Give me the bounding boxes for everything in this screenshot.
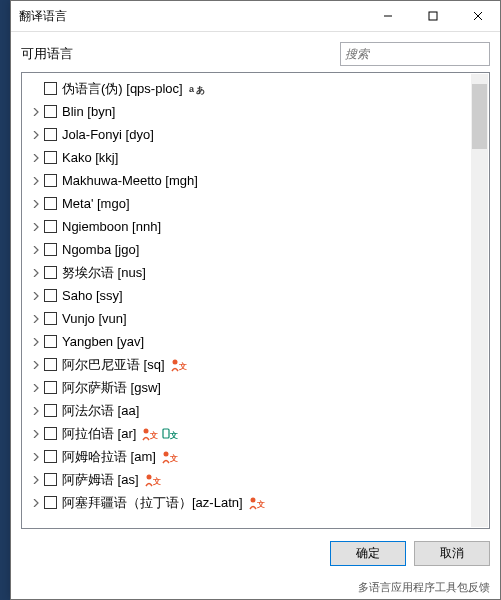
checkbox[interactable]: [44, 473, 57, 486]
language-label: 阿拉伯语 [ar]: [62, 425, 136, 443]
expander-icon[interactable]: [28, 449, 44, 465]
tree-item[interactable]: Ngomba [jgo]: [22, 238, 489, 261]
svg-point-6: [172, 359, 177, 364]
tree-item[interactable]: Jola-Fonyi [dyo]: [22, 123, 489, 146]
scroll-thumb[interactable]: [472, 84, 487, 149]
svg-text:文: 文: [152, 477, 161, 486]
svg-text:文: 文: [178, 362, 187, 371]
cancel-button[interactable]: 取消: [414, 541, 490, 566]
expander-icon[interactable]: [28, 288, 44, 304]
svg-text:文: 文: [169, 454, 178, 463]
checkbox[interactable]: [44, 312, 57, 325]
tree-item[interactable]: 阿尔萨斯语 [gsw]: [22, 376, 489, 399]
dialog-window: 翻译语言 可用语言 伪语言(伪) [qps-ploc]aあBlin [byn]J…: [10, 0, 501, 600]
item-icons: 文: [171, 358, 187, 372]
checkbox[interactable]: [44, 105, 57, 118]
checkbox[interactable]: [44, 289, 57, 302]
expander-icon[interactable]: [28, 219, 44, 235]
svg-text:a: a: [189, 84, 195, 94]
checkbox[interactable]: [44, 174, 57, 187]
language-label: Jola-Fonyi [dyo]: [62, 127, 154, 142]
tree-item[interactable]: Vunjo [vun]: [22, 307, 489, 330]
checkbox[interactable]: [44, 151, 57, 164]
expander-icon[interactable]: [28, 242, 44, 258]
available-languages-label: 可用语言: [21, 45, 340, 63]
svg-text:あ: あ: [196, 85, 205, 95]
language-label: Meta' [mgo]: [62, 196, 130, 211]
svg-text:文: 文: [169, 431, 178, 440]
expander-icon[interactable]: [28, 150, 44, 166]
tree-item[interactable]: 阿萨姆语 [as]文: [22, 468, 489, 491]
tree-item[interactable]: Ngiemboon [nnh]: [22, 215, 489, 238]
tree-item[interactable]: 阿尔巴尼亚语 [sq]文: [22, 353, 489, 376]
tree-item[interactable]: Meta' [mgo]: [22, 192, 489, 215]
expander-icon[interactable]: [28, 426, 44, 442]
checkbox[interactable]: [44, 335, 57, 348]
language-label: Ngomba [jgo]: [62, 242, 139, 257]
expander-icon[interactable]: [28, 380, 44, 396]
checkbox[interactable]: [44, 381, 57, 394]
dialog-content: 可用语言 伪语言(伪) [qps-ploc]aあBlin [byn]Jola-F…: [11, 32, 500, 529]
expander-icon[interactable]: [28, 403, 44, 419]
checkbox[interactable]: [44, 220, 57, 233]
provider-orange-icon: 文: [142, 427, 158, 441]
language-label: Blin [byn]: [62, 104, 115, 119]
language-tree: 伪语言(伪) [qps-ploc]aあBlin [byn]Jola-Fonyi …: [21, 72, 490, 529]
checkbox[interactable]: [44, 128, 57, 141]
tree-item[interactable]: Yangben [yav]: [22, 330, 489, 353]
expander-icon[interactable]: [28, 311, 44, 327]
minimize-button[interactable]: [365, 1, 410, 31]
language-label: 阿法尔语 [aa]: [62, 402, 139, 420]
language-label: 阿姆哈拉语 [am]: [62, 448, 156, 466]
expander-icon[interactable]: [28, 196, 44, 212]
tree-item[interactable]: Blin [byn]: [22, 100, 489, 123]
language-label: Kako [kkj]: [62, 150, 118, 165]
expander-icon[interactable]: [28, 334, 44, 350]
ok-button[interactable]: 确定: [330, 541, 406, 566]
checkbox[interactable]: [44, 450, 57, 463]
checkbox[interactable]: [44, 427, 57, 440]
item-icons: aあ: [189, 82, 205, 96]
titlebar[interactable]: 翻译语言: [11, 1, 500, 32]
language-label: 阿萨姆语 [as]: [62, 471, 139, 489]
tree-item[interactable]: Makhuwa-Meetto [mgh]: [22, 169, 489, 192]
language-label: 努埃尔语 [nus]: [62, 264, 146, 282]
window-title: 翻译语言: [11, 8, 365, 25]
language-label: 阿塞拜疆语（拉丁语）[az-Latn]: [62, 494, 243, 512]
expander-icon[interactable]: [28, 472, 44, 488]
item-icons: 文: [249, 496, 265, 510]
svg-rect-10: [163, 429, 169, 438]
svg-point-8: [144, 428, 149, 433]
feedback-link[interactable]: 多语言应用程序工具包反馈: [358, 580, 490, 595]
tree-item[interactable]: Saho [ssy]: [22, 284, 489, 307]
provider-teal-icon: 文: [162, 427, 178, 441]
tree-item[interactable]: 阿塞拜疆语（拉丁语）[az-Latn]文: [22, 491, 489, 514]
search-input[interactable]: [340, 42, 490, 66]
language-label: 阿尔巴尼亚语 [sq]: [62, 356, 165, 374]
tree-item[interactable]: 努埃尔语 [nus]: [22, 261, 489, 284]
expander-icon[interactable]: [28, 104, 44, 120]
checkbox[interactable]: [44, 404, 57, 417]
tree-item[interactable]: 伪语言(伪) [qps-ploc]aあ: [22, 77, 489, 100]
scrollbar[interactable]: [471, 74, 488, 527]
checkbox[interactable]: [44, 358, 57, 371]
maximize-button[interactable]: [410, 1, 455, 31]
expander-icon[interactable]: [28, 173, 44, 189]
item-icons: 文: [162, 450, 178, 464]
checkbox[interactable]: [44, 82, 57, 95]
provider-orange-icon: 文: [162, 450, 178, 464]
provider-orange-icon: 文: [171, 358, 187, 372]
checkbox[interactable]: [44, 266, 57, 279]
expander-icon[interactable]: [28, 265, 44, 281]
expander-icon[interactable]: [28, 357, 44, 373]
tree-item[interactable]: 阿姆哈拉语 [am]文: [22, 445, 489, 468]
expander-icon[interactable]: [28, 495, 44, 511]
tree-item[interactable]: 阿法尔语 [aa]: [22, 399, 489, 422]
close-button[interactable]: [455, 1, 500, 31]
checkbox[interactable]: [44, 243, 57, 256]
expander-icon[interactable]: [28, 127, 44, 143]
checkbox[interactable]: [44, 197, 57, 210]
checkbox[interactable]: [44, 496, 57, 509]
tree-item[interactable]: 阿拉伯语 [ar]文文: [22, 422, 489, 445]
tree-item[interactable]: Kako [kkj]: [22, 146, 489, 169]
